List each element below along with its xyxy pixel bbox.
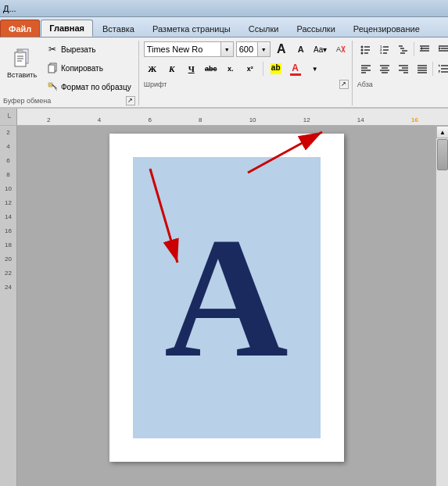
font-grow-button[interactable]: A xyxy=(273,41,290,58)
tab-insert[interactable]: Вставка xyxy=(94,20,143,37)
font-color-button[interactable]: А xyxy=(287,60,304,77)
document-page[interactable]: A xyxy=(109,134,344,462)
cut-button[interactable]: ✂ Вырезать xyxy=(42,41,135,58)
tab-home[interactable]: Главная xyxy=(41,20,93,37)
bold-button[interactable]: Ж xyxy=(144,60,161,77)
copy-icon xyxy=(46,62,59,74)
copy-button[interactable]: Копировать xyxy=(42,59,135,77)
highlight-button[interactable]: ab xyxy=(267,60,285,77)
font-size-dropdown[interactable]: ▼ xyxy=(257,42,270,56)
text-selection: A xyxy=(133,157,321,438)
ruler-mark-2: 2 xyxy=(47,116,50,123)
clipboard-expand-button[interactable]: ↗ xyxy=(126,96,135,105)
vertical-scrollbar[interactable]: ▲ xyxy=(435,126,448,486)
left-ruler: 2 4 6 8 10 12 14 16 18 20 22 24 xyxy=(0,126,17,486)
align-right-button[interactable] xyxy=(395,60,412,77)
font-name-combo[interactable]: Times New Ro ▼ xyxy=(144,41,234,57)
font-expand-button[interactable]: ↗ xyxy=(339,80,349,89)
highlight-color-indicator xyxy=(271,72,281,74)
svg-text:3.: 3. xyxy=(380,51,382,55)
left-ruler-mark-2: 2 xyxy=(6,129,9,143)
svg-marker-33 xyxy=(420,47,422,50)
tab-file[interactable]: Файл xyxy=(0,20,40,37)
subscript-button[interactable]: х. xyxy=(222,60,239,77)
svg-point-14 xyxy=(360,46,363,48)
scroll-thumb[interactable] xyxy=(437,139,448,170)
document-area: 2 4 6 8 10 12 14 16 18 20 22 24 A xyxy=(0,126,448,486)
font-size-value: 600 xyxy=(237,45,257,54)
left-ruler-mark-14: 14 xyxy=(5,213,12,227)
ruler-mark-14: 14 xyxy=(357,116,364,123)
ruler-main: 2 4 6 8 10 12 14 16 xyxy=(17,109,448,125)
ribbon: Вставить ✂ Вырезать Ко xyxy=(0,38,448,109)
left-ruler-mark-6: 6 xyxy=(6,157,9,171)
svg-marker-37 xyxy=(439,47,441,50)
svg-text:A: A xyxy=(336,45,341,53)
tab-pagelayout[interactable]: Разметка страницы xyxy=(144,20,239,37)
svg-marker-60 xyxy=(439,64,440,66)
justify-button[interactable] xyxy=(414,60,431,77)
svg-rect-1 xyxy=(15,52,26,66)
italic-button[interactable]: К xyxy=(163,60,181,77)
increase-indent-button[interactable] xyxy=(435,41,448,58)
document-letter: A xyxy=(164,212,289,384)
svg-point-16 xyxy=(360,49,363,52)
format-painter-button[interactable]: Формат по образцу xyxy=(42,78,135,95)
font-shrink-button[interactable]: A xyxy=(292,41,310,58)
align-center-button[interactable] xyxy=(376,60,393,77)
tab-mailings[interactable]: Рассылки xyxy=(288,20,343,37)
paste-button[interactable]: Вставить xyxy=(3,41,41,84)
paragraph-section: 1. 2. 3. xyxy=(354,41,448,105)
copy-label: Копировать xyxy=(61,64,103,73)
tab-review[interactable]: Рецензирование xyxy=(345,20,428,37)
left-ruler-mark-12: 12 xyxy=(5,199,12,213)
cut-label: Вырезать xyxy=(61,45,95,54)
left-ruler-mark-10: 10 xyxy=(5,185,12,199)
paste-label: Вставить xyxy=(7,71,37,79)
doc-scroll[interactable]: A xyxy=(17,126,435,486)
ruler: └ 2 4 6 8 10 12 14 16 xyxy=(0,109,448,126)
scroll-up-button[interactable]: ▲ xyxy=(436,126,448,138)
svg-marker-61 xyxy=(439,70,440,73)
multilevel-list-button[interactable] xyxy=(395,41,412,58)
numbering-button[interactable]: 1. 2. 3. xyxy=(376,41,393,58)
tab-references[interactable]: Ссылки xyxy=(240,20,288,37)
line-spacing-button[interactable] xyxy=(435,60,448,77)
bullets-button[interactable] xyxy=(357,41,375,58)
font-color-indicator xyxy=(290,73,301,76)
left-ruler-mark-16: 16 xyxy=(5,227,12,241)
format-painter-label: Формат по образцу xyxy=(61,83,131,91)
left-ruler-mark-18: 18 xyxy=(5,241,12,256)
ruler-corner[interactable]: └ xyxy=(0,109,17,125)
ruler-mark-16: 16 xyxy=(411,116,418,123)
svg-point-18 xyxy=(360,52,363,55)
clear-formatting-button[interactable]: A xyxy=(332,41,349,58)
format-painter-icon xyxy=(46,80,59,93)
title-bar: Д... xyxy=(0,0,448,17)
align-left-button[interactable] xyxy=(357,60,375,77)
para-divider1 xyxy=(414,42,414,56)
paste-icon xyxy=(9,46,34,71)
left-ruler-mark-4: 4 xyxy=(6,143,9,157)
svg-line-9 xyxy=(52,85,56,89)
font-color-dropdown[interactable]: ▼ xyxy=(306,60,324,77)
clipboard-section: Вставить ✂ Вырезать Ко xyxy=(3,41,139,105)
scissors-icon: ✂ xyxy=(46,43,59,55)
clipboard-small-buttons: ✂ Вырезать Копировать xyxy=(42,41,135,95)
change-case-button[interactable]: Aa▾ xyxy=(312,41,329,58)
clipboard-label: Буфер обмена xyxy=(3,97,51,105)
left-ruler-mark-22: 22 xyxy=(5,270,12,284)
paragraph-label: Абза xyxy=(357,80,373,89)
underline-button[interactable]: Ч xyxy=(183,60,200,77)
ruler-mark-10: 10 xyxy=(249,116,256,123)
decrease-indent-button[interactable] xyxy=(416,41,433,58)
ruler-mark-8: 8 xyxy=(199,116,202,123)
ruler-corner-icon: └ xyxy=(5,113,10,121)
strikethrough-button[interactable]: аbc xyxy=(202,60,220,77)
ruler-mark-6: 6 xyxy=(148,116,151,123)
font-name-dropdown[interactable]: ▼ xyxy=(220,42,233,56)
superscript-button[interactable]: х² xyxy=(242,60,259,77)
font-divider xyxy=(263,62,263,76)
left-ruler-mark-20: 20 xyxy=(5,256,12,270)
font-size-combo[interactable]: 600 ▼ xyxy=(236,41,271,57)
